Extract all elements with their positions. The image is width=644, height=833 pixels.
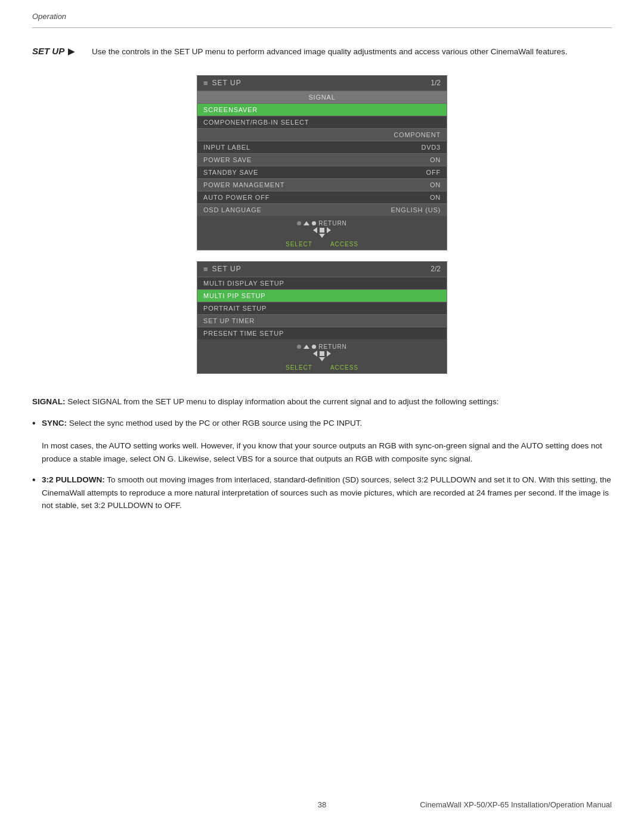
nav2-up-arrow bbox=[304, 345, 309, 349]
menu-row-input-label: INPUT LABEL DVD3 bbox=[197, 141, 447, 153]
menu-row-power-save: POWER SAVE ON bbox=[197, 153, 447, 166]
row-label-portrait-setup: PORTRAIT SETUP bbox=[203, 305, 267, 312]
nav-dot-1 bbox=[297, 221, 301, 225]
menu-row-screensaver: SCREENSAVER bbox=[197, 103, 447, 116]
row-label-present-time: PRESENT TIME SETUP bbox=[203, 330, 284, 337]
menu-panel-1: ≡ SET UP 1/2 SIGNAL SCREENSAVER COMPONEN… bbox=[197, 75, 447, 250]
nav2-line-bottom bbox=[319, 357, 325, 361]
row-value-auto-power-off: ON bbox=[430, 194, 441, 201]
menu-title-text-1: SET UP bbox=[212, 79, 242, 87]
row-label-osd-language: OSD LANGUAGE bbox=[203, 206, 262, 213]
row-label-auto-power-off: AUTO POWER OFF bbox=[203, 194, 270, 201]
nav-access-label-2: ACCESS bbox=[330, 364, 358, 371]
signal-intro: SIGNAL: Select SIGNAL from the SET UP me… bbox=[32, 395, 612, 408]
menu-row-power-mgmt: POWER MANAGEMENT ON bbox=[197, 178, 447, 191]
row-label-input: INPUT LABEL bbox=[203, 144, 250, 151]
nav-up-arrow bbox=[304, 221, 309, 225]
footer-title: CinemaWall XP-50/XP-65 Installation/Oper… bbox=[420, 800, 612, 809]
page-header: Operation bbox=[0, 0, 644, 21]
bullet-content-pulldown: 3:2 PULLDOWN: To smooth out moving image… bbox=[42, 473, 612, 512]
row-label-multi-pip: MULTI PIP SETUP bbox=[203, 292, 266, 299]
nav-controls-1: RETURN bbox=[297, 220, 347, 238]
menu-row-standby-save: STANDBY SAVE OFF bbox=[197, 166, 447, 178]
menu-row-portrait-setup: PORTRAIT SETUP bbox=[197, 302, 447, 314]
nav-select-access-2: SELECT ACCESS bbox=[286, 364, 358, 371]
setup-description: Use the controls in the SET UP menu to p… bbox=[92, 46, 612, 58]
nav-return-label: RETURN bbox=[318, 220, 347, 227]
row-value-osd-language: ENGLISH (US) bbox=[391, 206, 441, 213]
menu-row-component-rgb: COMPONENT/RGB-IN SELECT bbox=[197, 116, 447, 128]
menu-title-2: ≡ SET UP bbox=[203, 265, 242, 274]
menu2-nav: RETURN SELECT ACCESS bbox=[197, 339, 447, 373]
pulldown-term: 3:2 PULLDOWN: bbox=[42, 475, 105, 484]
menu-row-setup-timer: SET UP TIMER bbox=[197, 314, 447, 327]
signal-term: SIGNAL: bbox=[32, 397, 66, 406]
nav-line-top: RETURN bbox=[297, 220, 347, 227]
signal-intro-text: Select SIGNAL from the SET UP menu to di… bbox=[67, 397, 499, 406]
nav2-left-arrow bbox=[313, 351, 317, 357]
bullet-dot-pulldown: • bbox=[32, 473, 42, 487]
bullet-dot-sync: • bbox=[32, 417, 42, 430]
bullet-pulldown: • 3:2 PULLDOWN: To smooth out moving ima… bbox=[32, 473, 612, 512]
row-label-signal: SIGNAL bbox=[308, 94, 335, 101]
nav-select-label-2: SELECT bbox=[286, 364, 312, 371]
menu-header-1: ≡ SET UP 1/2 bbox=[197, 76, 447, 91]
bullet-list: • SYNC: Select the sync method used by t… bbox=[32, 417, 612, 512]
nav-line-bottom bbox=[319, 234, 325, 238]
row-label-power-mgmt: POWER MANAGEMENT bbox=[203, 181, 284, 188]
menu-row-multi-display: MULTI DISPLAY SETUP bbox=[197, 277, 447, 289]
row-label-standby-save: STANDBY SAVE bbox=[203, 169, 258, 176]
row-value-power-mgmt: ON bbox=[430, 181, 441, 188]
menu-row-component-val: COMPONENT bbox=[197, 128, 447, 141]
bullet-sync: • SYNC: Select the sync method used by t… bbox=[32, 417, 612, 430]
menu-icon-1: ≡ bbox=[203, 79, 209, 88]
row-label-power-save: POWER SAVE bbox=[203, 156, 252, 163]
nav-select-access-1: SELECT ACCESS bbox=[286, 241, 358, 247]
row-label-screensaver: SCREENSAVER bbox=[203, 106, 258, 113]
menu-row-multi-pip: MULTI PIP SETUP bbox=[197, 289, 447, 302]
menu-page-num-1: 1/2 bbox=[431, 79, 441, 87]
menu1-nav: RETURN SELECT ACCESS bbox=[197, 216, 447, 250]
pulldown-text: To smooth out moving images from interla… bbox=[42, 475, 611, 510]
main-content: SET UP ▶ Use the controls in the SET UP … bbox=[0, 28, 644, 512]
menu-row-auto-power-off: AUTO POWER OFF ON bbox=[197, 191, 447, 203]
row-label-component-rgb: COMPONENT/RGB-IN SELECT bbox=[203, 119, 309, 126]
nav-square bbox=[320, 228, 324, 233]
nav2-line-top: RETURN bbox=[297, 343, 347, 350]
nav-down-arrow bbox=[319, 234, 325, 238]
nav-dot-2 bbox=[312, 221, 316, 225]
menu-header-2: ≡ SET UP 2/2 bbox=[197, 262, 447, 277]
bullet-content-sync: SYNC: Select the sync method used by the… bbox=[42, 417, 362, 430]
menu-panels: ≡ SET UP 1/2 SIGNAL SCREENSAVER COMPONEN… bbox=[32, 75, 612, 374]
row-value-power-save: ON bbox=[430, 156, 441, 163]
footer-page-num: 38 bbox=[318, 800, 326, 809]
nav2-right-arrow bbox=[327, 351, 331, 357]
nav-left-arrow bbox=[313, 227, 317, 233]
row-label-setup-timer: SET UP TIMER bbox=[203, 317, 255, 324]
nav2-dot-2 bbox=[312, 345, 316, 349]
row-label-multi-display: MULTI DISPLAY SETUP bbox=[203, 280, 284, 287]
row-value-input: DVD3 bbox=[421, 144, 441, 151]
menu-title-1: ≡ SET UP bbox=[203, 79, 242, 88]
setup-label: SET UP ▶ bbox=[32, 46, 92, 56]
nav2-return-label: RETURN bbox=[318, 343, 347, 350]
nav2-dot-1 bbox=[297, 345, 301, 349]
signal-section: SIGNAL: Select SIGNAL from the SET UP me… bbox=[32, 395, 612, 512]
menu-row-signal: SIGNAL bbox=[197, 91, 447, 103]
setup-intro: SET UP ▶ Use the controls in the SET UP … bbox=[32, 46, 612, 58]
section-label: Operation bbox=[32, 12, 66, 21]
setup-term: SET UP bbox=[32, 46, 64, 56]
row-value-standby-save: OFF bbox=[426, 169, 441, 176]
setup-arrow: ▶ bbox=[68, 47, 75, 56]
sync-term: SYNC: bbox=[42, 419, 67, 428]
sync-indent-para: In most cases, the AUTO setting works we… bbox=[42, 439, 612, 465]
row-value-component: COMPONENT bbox=[394, 131, 441, 138]
nav2-line-mid bbox=[313, 351, 331, 357]
sync-text: Select the sync method used by the PC or… bbox=[69, 419, 362, 428]
nav-line-mid bbox=[313, 227, 331, 233]
nav2-square bbox=[320, 351, 324, 356]
menu-icon-2: ≡ bbox=[203, 265, 209, 274]
page-footer: 38 CinemaWall XP-50/XP-65 Installation/O… bbox=[0, 788, 644, 821]
nav-select-label-1: SELECT bbox=[286, 241, 312, 247]
menu-page-num-2: 2/2 bbox=[431, 265, 441, 273]
